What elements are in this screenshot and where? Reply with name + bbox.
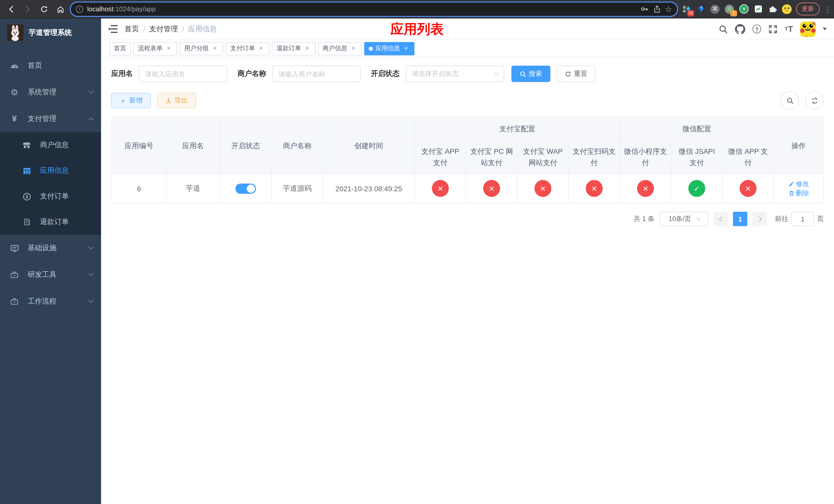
col-header-status: 开启状态 [220,117,271,174]
extension-panel-icon[interactable]: 10 [681,4,692,14]
wechat-jsapi-status-icon: ✓ [688,180,705,197]
page-number-1[interactable]: 1 [733,212,747,226]
search-button-label: 搜索 [529,69,542,78]
add-button[interactable]: ＋ 新增 [111,93,151,108]
edit-link[interactable]: 修改 [788,179,809,188]
svg-text:Y: Y [742,6,746,12]
share-icon[interactable] [653,5,661,13]
col-group-alipay: 支付宝配置 [415,117,620,140]
status-select[interactable]: 请选择开启状态 [406,66,504,82]
chat-extension-icon[interactable] [753,4,763,14]
tab-user-group[interactable]: 用户分组 [179,42,223,55]
tab-refund-orders[interactable]: 退款订单 [272,42,315,55]
password-key-icon[interactable] [640,5,649,13]
tab-process-form[interactable]: 流程表单 [133,42,177,55]
tab-merchant-info[interactable]: 商户信息 [318,42,361,55]
table-toolbar: ＋ 新增 导出 [111,91,824,110]
command-extension-icon[interactable]: ⌘ [710,4,720,14]
sidebar-item-workflow[interactable]: 工作流程 [0,288,101,315]
refresh-icon [811,97,818,104]
col-header-created: 创建时间 [323,117,415,174]
sidebar-item-refund-orders[interactable]: 退款订单 [0,209,101,235]
sidebar-item-pay-orders[interactable]: 支付订单 [0,184,101,209]
col-header-alipay-app: 支付宝 APP 支付 [415,140,466,174]
bookmark-star-icon[interactable]: ☆ [665,4,672,14]
enabled-switch[interactable] [236,183,256,193]
page-size-value: 10条/页 [668,214,691,224]
pagination-total: 共 1 条 [634,214,655,224]
tab-label: 流程表单 [138,44,162,53]
export-button[interactable]: 导出 [157,93,196,108]
tab-close-icon[interactable] [350,45,357,52]
page-size-select[interactable]: 10条/页 [660,212,708,226]
sidebar-item-label: 退款订单 [40,217,93,227]
url-bar[interactable]: i localhost:1024/pay/app ☆ [71,2,677,16]
tab-close-icon[interactable] [211,45,219,52]
font-size-icon[interactable]: TT [785,24,793,33]
site-info-icon[interactable]: i [76,5,83,13]
search-button[interactable]: 搜索 [511,66,550,82]
avatar-dropdown-caret[interactable] [823,28,827,30]
col-group-wechat: 微信配置 [620,117,774,140]
refresh-table-button[interactable] [805,91,824,110]
browser-home-icon[interactable] [54,3,67,15]
extensions-puzzle-icon[interactable] [767,4,777,14]
tab-close-icon[interactable] [165,45,172,52]
sidebar: 芋道管理系统 首页 ⚙ 系统管理 ¥ 支付管理 [0,19,101,504]
monitor-icon [8,244,21,253]
browser-menu-icon[interactable]: ⋮ [824,4,829,14]
tab-pay-orders[interactable]: 支付订单 [226,42,269,55]
tab-close-icon[interactable] [403,45,410,52]
hide-search-button[interactable] [781,91,799,110]
tab-app-info[interactable]: 应用信息 [364,42,414,55]
browser-back-icon[interactable] [5,3,18,15]
delete-link[interactable]: 删除 [788,188,809,198]
breadcrumb-home[interactable]: 首页 [125,24,139,33]
cell-created-at: 2021-10-23 08:49:25 [323,174,415,203]
help-icon[interactable]: ? [752,25,761,33]
tab-label: 首页 [114,44,126,53]
url-text[interactable]: localhost:1024/pay/app [87,5,636,13]
reset-button[interactable]: 重置 [556,66,595,82]
merchant-name-input[interactable] [272,66,360,82]
chrome-update-button[interactable]: 更新 [796,3,820,15]
sidebar-item-app-info[interactable]: 应用信息 [0,158,101,184]
sidebar-item-system[interactable]: ⚙ 系统管理 [0,79,101,106]
goto-page-input[interactable] [791,212,814,226]
tab-close-icon[interactable] [258,45,265,52]
col-header-wechat-app: 微信 APP 支付 [722,140,774,174]
sidebar-item-infrastructure[interactable]: 基础设施 [0,235,101,261]
sidebar-item-dev-tools[interactable]: 研发工具 [0,261,101,288]
kite-extension-icon[interactable] [696,4,706,14]
next-page-button[interactable] [752,212,767,226]
header-search-icon[interactable] [719,24,728,33]
y-extension-icon[interactable]: Y [739,4,749,14]
chevron-down-icon [494,70,499,75]
page-title: 应用列表 [390,20,444,38]
reset-button-label: 重置 [574,69,587,78]
briefcase-icon [8,297,21,305]
sidebar-item-merchant-info[interactable]: 商户信息 [0,132,101,158]
profile-extension-icon[interactable]: 1 [724,4,734,14]
page-content: 应用名 商户名称 开启状态 请选择开启状态 搜索 重置 [101,58,834,504]
user-avatar[interactable] [800,21,815,37]
search-icon [520,70,526,77]
sidebar-collapse-icon[interactable] [108,25,117,33]
app-name-input[interactable] [139,66,227,82]
chevron-down-icon [88,297,94,302]
sidebar-item-payment[interactable]: ¥ 支付管理 [0,106,101,132]
browser-profile-avatar[interactable] [782,4,792,14]
chevron-up-icon [88,117,94,122]
browser-forward-icon[interactable] [22,3,34,15]
breadcrumb-payment[interactable]: 支付管理 [149,24,178,33]
tab-home[interactable]: 首页 [109,42,131,55]
github-icon[interactable] [735,24,745,34]
tab-close-icon[interactable] [304,45,311,52]
fullscreen-icon[interactable] [768,24,777,33]
browser-reload-icon[interactable] [38,3,50,15]
sidebar-item-label: 应用信息 [40,166,93,175]
sidebar-item-home[interactable]: 首页 [0,52,101,79]
prev-page-button[interactable] [714,212,728,226]
sidebar-logo-row[interactable]: 芋道管理系统 [0,19,101,47]
sidebar-item-label: 研发工具 [28,270,89,279]
